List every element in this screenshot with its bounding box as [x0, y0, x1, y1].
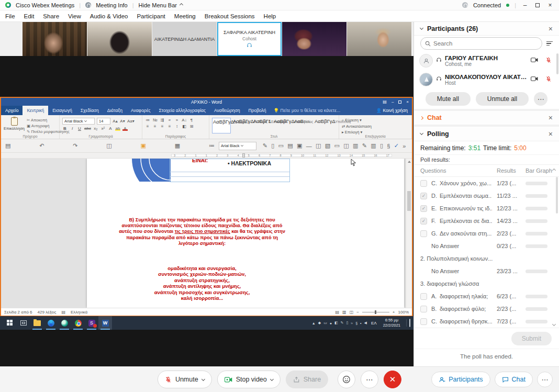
- unmute-all-button[interactable]: Unmute all: [476, 92, 529, 106]
- poll-option-checkbox[interactable]: [420, 293, 427, 300]
- underline-icon[interactable]: U: [77, 126, 82, 131]
- wifi-tray-icon[interactable]: ≈: [351, 321, 353, 325]
- close-button[interactable]: ×: [546, 2, 554, 9]
- marker-icon[interactable]: ▥: [371, 142, 376, 149]
- italic-icon[interactable]: I: [70, 126, 75, 131]
- participants-more-button[interactable]: ⋯: [534, 92, 547, 106]
- taskbar-skype-button[interactable]: S: [85, 316, 98, 330]
- align-right-icon[interactable]: ≡: [160, 124, 165, 129]
- text-effects-icon[interactable]: A: [108, 126, 113, 131]
- mic-muted-icon[interactable]: [545, 76, 552, 82]
- word-tab-5[interactable]: Στοιχεία αλληλογραφίας: [155, 106, 210, 115]
- word-count[interactable]: 429 λέξεις: [38, 310, 57, 315]
- taskbar-word-button[interactable]: W: [98, 316, 112, 330]
- print-layout-icon[interactable]: ▥: [342, 310, 346, 315]
- cloud-tray-icon[interactable]: ▭: [323, 321, 327, 325]
- taskbar-webex-button[interactable]: [58, 316, 71, 330]
- superscript-icon[interactable]: x²: [100, 126, 106, 131]
- zoom-level[interactable]: 100%: [398, 310, 409, 315]
- sort-icon[interactable]: A↓: [182, 118, 187, 122]
- undo-icon[interactable]: ↶: [39, 142, 44, 149]
- taskbar-task-view-button[interactable]: [17, 316, 30, 330]
- search-box[interactable]: [420, 37, 542, 50]
- menu-view[interactable]: View: [68, 13, 81, 19]
- participant-video[interactable]: [347, 22, 411, 56]
- open-folder-icon[interactable]: ▣: [141, 142, 146, 149]
- decrease-indent-icon[interactable]: «: [167, 118, 172, 122]
- camera-icon[interactable]: [531, 76, 538, 82]
- font-name-combo[interactable]: Arial Black: [62, 118, 95, 125]
- frame-icon[interactable]: ▯: [380, 142, 383, 149]
- shield-tray-icon[interactable]: ◆: [318, 321, 321, 325]
- bullets-menu-icon[interactable]: ≔: [209, 142, 215, 149]
- poll-option-checkbox[interactable]: [420, 230, 427, 237]
- note-icon[interactable]: ▭: [334, 142, 339, 149]
- taskbar-chrome-button[interactable]: [71, 316, 85, 330]
- camera-button[interactable]: [531, 76, 538, 83]
- grow-font-button[interactable]: A▴: [113, 119, 118, 124]
- scroll-up-icon[interactable]: [408, 161, 411, 163]
- numbering-icon[interactable]: №: [152, 118, 158, 122]
- stop-video-button[interactable]: Stop video: [217, 371, 281, 388]
- justify-icon[interactable]: ≡: [167, 124, 172, 129]
- page-setup-icon[interactable]: ◫: [316, 142, 321, 149]
- mic-tray-icon[interactable]: •: [360, 321, 361, 325]
- stamp-icon[interactable]: ✎: [263, 142, 267, 149]
- style-card-1[interactable]: ΑαΒβΓγΔ!1 Χωρίς δ..: [232, 118, 251, 133]
- indent-marker[interactable]: [242, 153, 245, 158]
- taskbar-edge-button[interactable]: [44, 316, 58, 330]
- volume-tray-icon[interactable]: ◀: [364, 321, 367, 325]
- zoom-in-button[interactable]: +: [393, 310, 395, 315]
- horizontal-line-icon[interactable]: —: [306, 143, 312, 149]
- word-share-button[interactable]: 👤 Κοινή χρήση: [372, 106, 412, 115]
- participants-scrollbar[interactable]: [556, 53, 558, 74]
- word-restore-button[interactable]: [398, 100, 401, 104]
- poll-option-checkbox[interactable]: [420, 318, 427, 325]
- participants-header[interactable]: Participants (26) ×: [414, 22, 559, 36]
- taskbar-clock[interactable]: 6:55 μμ22/2/2021: [381, 318, 403, 328]
- horizontal-ruler[interactable]: 3211234567891011121314151617: [1, 153, 412, 159]
- onedrive-tray-icon[interactable]: ●: [330, 321, 332, 325]
- poll-option-checkbox[interactable]: [420, 306, 427, 312]
- word-tab-3[interactable]: Διάταξη: [103, 106, 127, 115]
- poll-option-checkbox[interactable]: [420, 180, 427, 187]
- comment-icon[interactable]: ▭: [278, 142, 284, 149]
- participant-video[interactable]: [23, 22, 87, 56]
- strikethrough-icon[interactable]: abc: [84, 126, 91, 131]
- document-canvas[interactable]: ΕΙΝΑΙ: • ΗΛΕΚΤΡΟΝΙΚΑ Β) Συμπλήρωσε την π…: [1, 159, 412, 308]
- font-color-icon[interactable]: A: [122, 126, 128, 131]
- borders-icon[interactable]: ⊞: [189, 124, 194, 129]
- format-brush-icon[interactable]: ✎: [362, 142, 367, 149]
- polling-close-icon[interactable]: ×: [549, 130, 553, 138]
- participant-row[interactable]: ΝΙΚΟΛΑΚΟΠΟΥΛΟΥ ΑΙΚΑΤΕΡ...Host: [414, 70, 559, 89]
- participants-toggle-button[interactable]: Participants: [431, 372, 490, 387]
- style-card-0[interactable]: ΑαΒβΓγΔ!1 Βασικό: [212, 118, 231, 133]
- mute-button[interactable]: [545, 76, 552, 84]
- tab-file[interactable]: Αρχείο: [1, 106, 23, 115]
- notification-center-button[interactable]: [406, 319, 410, 327]
- word-tab-4[interactable]: Αναφορές: [127, 106, 155, 115]
- menu-file[interactable]: File: [5, 13, 15, 19]
- mute-all-button[interactable]: Mute all: [426, 92, 471, 106]
- sort-icon[interactable]: [546, 41, 553, 46]
- battery-tray-icon[interactable]: ▯: [346, 321, 348, 325]
- word-vertical-scrollbar[interactable]: [406, 159, 412, 308]
- web-layout-icon[interactable]: ◫: [350, 310, 354, 315]
- chat-toggle-button[interactable]: Chat: [495, 372, 533, 387]
- menu-help[interactable]: Help: [264, 13, 276, 19]
- camera-icon[interactable]: [531, 57, 538, 63]
- menu-breakout-sessions[interactable]: Breakout Sessions: [205, 13, 255, 19]
- language-switcher[interactable]: ΕΛ: [370, 321, 378, 326]
- word-tab-0[interactable]: Κεντρική: [23, 106, 48, 115]
- document-page[interactable]: ΕΙΝΑΙ: • ΗΛΕΚΤΡΟΝΙΚΑ Β) Συμπλήρωσε την π…: [87, 159, 404, 308]
- word-tab-7[interactable]: Προβολή: [244, 106, 270, 115]
- menu-edit[interactable]: Edit: [24, 13, 35, 19]
- camera-button[interactable]: [531, 57, 538, 64]
- change-case-button[interactable]: Aa▾: [127, 119, 135, 124]
- taskbar-file-explorer-button[interactable]: [30, 316, 44, 330]
- scroll-up-icon[interactable]: [552, 169, 556, 172]
- tell-me-box[interactable]: 💡 Πείτε μου τι θέλετε να κάνετε...: [271, 106, 343, 115]
- chat-close-icon[interactable]: ×: [549, 114, 553, 122]
- share-button[interactable]: Share: [286, 371, 328, 388]
- highlight-color-icon[interactable]: ab: [115, 126, 120, 131]
